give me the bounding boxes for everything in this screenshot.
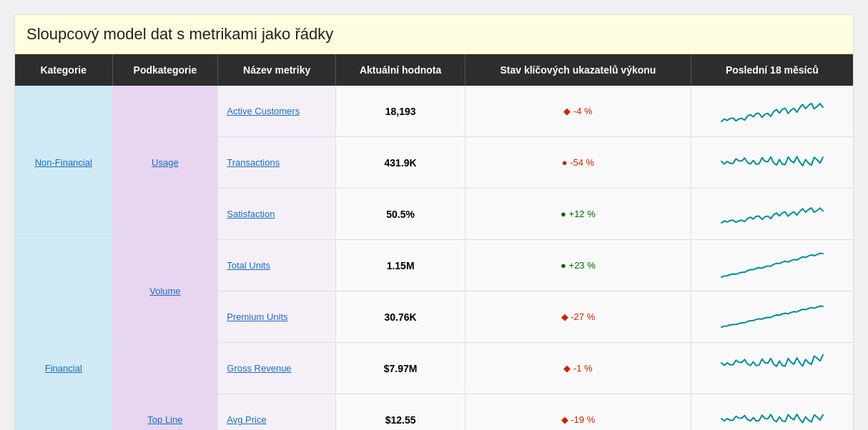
cell-metric-name[interactable]: Gross Revenue <box>218 343 336 394</box>
cell-metric-name[interactable]: Transactions <box>218 137 336 189</box>
cell-metric-value: 431.9K <box>336 137 465 189</box>
link-volume[interactable]: Volume <box>149 286 180 296</box>
kpi-badge: ● -54 % <box>562 157 594 168</box>
link-metric[interactable]: Satisfaction <box>227 209 275 219</box>
cell-kpi: ◆ -1 % <box>465 343 691 394</box>
cell-sparkline <box>691 189 853 240</box>
cell-metric-name[interactable]: Active Customers <box>218 86 336 137</box>
cell-podkategorie-topline[interactable]: Top Line <box>112 343 218 431</box>
cell-metric-name[interactable]: Premium Units <box>218 291 336 343</box>
cell-sparkline <box>691 240 853 291</box>
link-metric[interactable]: Premium Units <box>227 311 287 322</box>
link-topline[interactable]: Top Line <box>147 414 182 425</box>
cell-metric-value: 18,193 <box>336 86 465 137</box>
link-metric[interactable]: Gross Revenue <box>227 363 291 374</box>
cell-kpi: ◆ -19 % <box>465 394 691 431</box>
cell-metric-value: 1.15M <box>336 240 465 291</box>
sparkline-chart <box>719 93 826 129</box>
data-table: Kategorie Podkategorie Název metriky Akt… <box>15 54 853 430</box>
link-financial[interactable]: Financial <box>45 363 82 374</box>
header-podkategorie: Podkategorie <box>112 54 218 86</box>
header-nazev: Název metriky <box>218 54 336 86</box>
link-metric[interactable]: Avg Price <box>227 414 266 425</box>
kpi-badge: ◆ -19 % <box>561 414 596 425</box>
cell-sparkline <box>691 394 853 431</box>
link-metric[interactable]: Total Units <box>227 260 270 271</box>
table-header-row: Kategorie Podkategorie Název metriky Akt… <box>15 54 853 86</box>
cell-kpi: ◆ -4 % <box>465 86 691 137</box>
header-aktualni: Aktuální hodnota <box>336 54 465 86</box>
cell-metric-name[interactable]: Avg Price <box>218 394 336 431</box>
page-title: Sloupcový model dat s metrikami jako řád… <box>26 25 333 43</box>
kpi-badge: ◆ -27 % <box>561 311 596 322</box>
link-metric[interactable]: Active Customers <box>227 106 300 116</box>
cell-sparkline <box>691 343 853 394</box>
kpi-badge: ● +12 % <box>561 209 596 219</box>
cell-sparkline <box>691 291 853 343</box>
header-kategorie: Kategorie <box>15 54 112 86</box>
kpi-badge: ● +23 % <box>561 260 596 271</box>
cell-podkategorie-usage[interactable]: Usage <box>112 86 218 240</box>
table-row: FinancialVolumeTotal Units1.15M● +23 % <box>15 240 853 291</box>
kpi-badge: ◆ -1 % <box>563 363 592 374</box>
link-nonfinancial[interactable]: Non-Financial <box>35 157 92 168</box>
sparkline-chart <box>719 401 826 430</box>
table-row: Top LineGross Revenue$7.97M◆ -1 % <box>15 343 853 394</box>
cell-kpi: ◆ -27 % <box>465 291 691 343</box>
sparkline-chart <box>719 350 826 386</box>
cell-metric-name[interactable]: Total Units <box>218 240 336 291</box>
cell-metric-value: 50.5% <box>336 189 465 240</box>
cell-metric-value: 30.76K <box>336 291 465 343</box>
title-bar: Sloupcový model dat s metrikami jako řád… <box>15 15 853 54</box>
cell-kpi: ● -54 % <box>465 137 691 189</box>
table-row: Non-FinancialUsageActive Customers18,193… <box>15 86 853 137</box>
sparkline-chart <box>719 196 826 232</box>
cell-sparkline <box>691 137 853 189</box>
header-posledni: Poslední 18 měsíců <box>691 54 853 86</box>
cell-podkategorie-volume[interactable]: Volume <box>112 240 218 343</box>
cell-kpi: ● +12 % <box>465 189 691 240</box>
link-usage[interactable]: Usage <box>152 157 179 168</box>
cell-kategorie-nonfinancial[interactable]: Non-Financial <box>15 86 112 240</box>
cell-metric-value: $7.97M <box>336 343 465 394</box>
sparkline-chart <box>719 299 826 335</box>
cell-metric-value: $12.55 <box>336 394 465 431</box>
cell-metric-name[interactable]: Satisfaction <box>218 189 336 240</box>
cell-sparkline <box>691 86 853 137</box>
cell-kategorie-financial[interactable]: Financial <box>15 240 112 431</box>
cell-kpi: ● +23 % <box>465 240 691 291</box>
sparkline-chart <box>719 144 826 181</box>
kpi-badge: ◆ -4 % <box>563 106 592 116</box>
link-metric[interactable]: Transactions <box>227 157 280 168</box>
header-kpi: Stav klíčových ukazatelů výkonu <box>465 54 691 86</box>
sparkline-chart <box>719 247 826 284</box>
main-container: Sloupcový model dat s metrikami jako řád… <box>14 14 854 430</box>
